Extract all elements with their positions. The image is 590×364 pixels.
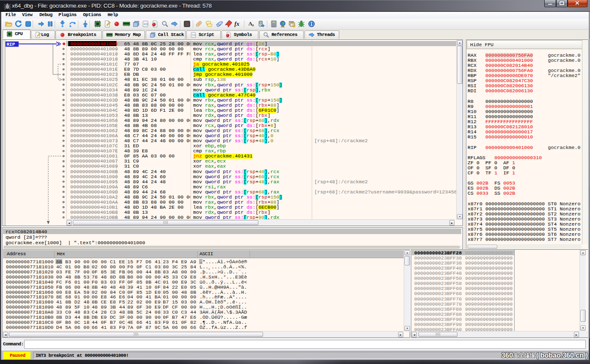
svg-text:<>: <>	[144, 22, 148, 27]
svg-text:S: S	[186, 22, 188, 27]
svg-text:fx: fx	[235, 21, 240, 27]
svg-text:<>: <>	[192, 33, 196, 37]
svg-text:z: z	[252, 23, 254, 27]
svg-text:RIP: RIP	[7, 42, 15, 47]
